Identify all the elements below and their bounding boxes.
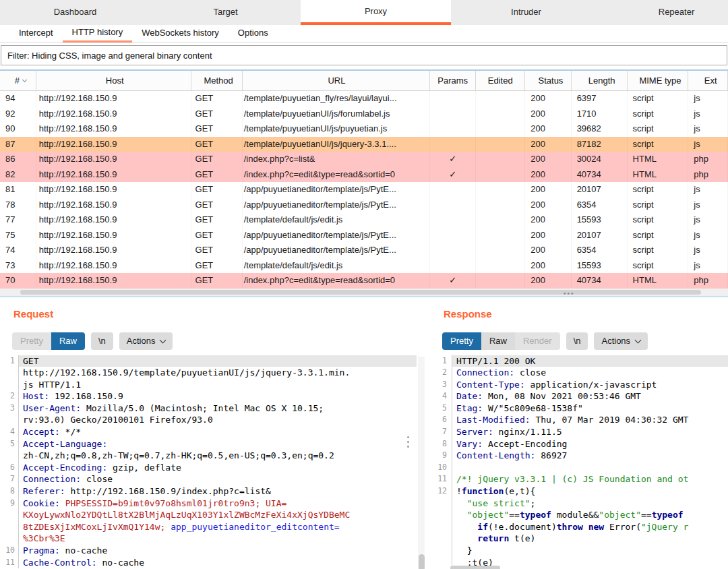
line-number: 9 (430, 450, 452, 462)
response-raw-button[interactable]: Raw (481, 332, 515, 350)
request-raw-button[interactable]: Raw (51, 332, 85, 350)
cell-edited (476, 228, 525, 243)
table-row[interactable]: 94http://192.168.150.9GET/template/puyue… (0, 91, 728, 107)
cell-length: 30024 (572, 152, 628, 167)
cell-method: GET (191, 91, 243, 107)
response-toolbar: PrettyRawRender \n Actions (442, 332, 728, 350)
editor-line: 9Cookie: PHPSESSID=b9imt0v97o8hsml01jr0t… (0, 498, 417, 510)
line-number: 9 (0, 498, 19, 510)
cell-mime: HTML (628, 273, 689, 289)
column-header-url[interactable]: URL (243, 71, 430, 90)
tab-dashboard[interactable]: Dashboard (0, 0, 150, 25)
column-header-status[interactable]: Status (525, 71, 571, 90)
cell-length: 87182 (572, 137, 628, 152)
table-row[interactable]: 70http://192.168.150.9GET/index.php?c=ed… (0, 273, 728, 289)
request-toolbar: PrettyRaw \n Actions (12, 332, 417, 350)
cell-method: GET (191, 243, 243, 258)
table-row[interactable]: 87http://192.168.150.9GET/template/puyue… (0, 137, 728, 152)
cell-mime: script (628, 228, 689, 243)
subtab-websockets-history[interactable]: WebSockets history (132, 25, 229, 42)
editor-line: } (430, 545, 728, 557)
table-row[interactable]: 73http://192.168.150.9GET/template/defau… (0, 258, 728, 274)
cell-mime: script (628, 91, 689, 107)
cell-method: GET (191, 228, 243, 243)
cell-status: 200 (525, 273, 571, 289)
table-horizontal-scrollbar[interactable] (0, 289, 728, 296)
cell-url: /app/puyuetianeditor/template/js/PytE... (243, 198, 430, 213)
line-number: 11 (430, 473, 452, 485)
table-row[interactable]: 77http://192.168.150.9GET/template/defau… (0, 212, 728, 228)
table-row[interactable]: 74http://192.168.150.9GET/app/puyuetiane… (0, 243, 728, 258)
scrollbar-thumb[interactable] (419, 554, 425, 569)
table-row[interactable]: 75http://192.168.150.9GET/app/puyuetiane… (0, 228, 728, 243)
editor-line: 7Server: nginx/1.11.5 (430, 426, 728, 438)
editor-line: KXoyLywxNlo2YDQtLl8tX2BlMjAqLzUqX103Y1xl… (0, 509, 417, 521)
cell-edited (476, 198, 525, 213)
response-newline-button[interactable]: \n (566, 332, 588, 350)
cell-ext: js (688, 212, 728, 228)
http-history-table: 94http://192.168.150.9GET/template/puyue… (0, 91, 728, 289)
table-row[interactable]: 92http://192.168.150.9GET/template/puyue… (0, 107, 728, 122)
editor-line: 10Pragma: no-cache (0, 545, 417, 557)
cell-url: /template/puyuetianUI/js/jquery-3.3.1...… (243, 137, 430, 152)
table-row[interactable]: 86http://192.168.150.9GET/index.php?c=li… (0, 152, 728, 167)
subtab-http-history[interactable]: HTTP history (63, 25, 133, 42)
column-header-edited[interactable]: Edited (476, 71, 525, 90)
cell-status: 200 (525, 198, 571, 213)
response-horizontal-scrollbar[interactable] (450, 566, 500, 569)
scrollbar-thumb[interactable] (20, 290, 701, 295)
request-pretty-button[interactable]: Pretty (12, 332, 51, 350)
cell-length: 20107 (572, 182, 628, 198)
request-newline-button[interactable]: \n (91, 332, 113, 350)
response-pretty-button[interactable]: Pretty (442, 332, 481, 350)
cell-length: 40734 (572, 167, 628, 183)
column-header-host[interactable]: Host (36, 71, 191, 90)
line-number: 5 (430, 402, 452, 415)
cell-num: 90 (0, 121, 36, 137)
table-row[interactable]: 81http://192.168.150.9GET/app/puyuetiane… (0, 182, 728, 198)
column-header-method[interactable]: Method (191, 71, 243, 90)
response-actions-button[interactable]: Actions (594, 332, 648, 350)
table-row[interactable]: 78http://192.168.150.9GET/app/puyuetiane… (0, 198, 728, 213)
cell-host: http://192.168.150.9 (36, 243, 191, 258)
column-header-length[interactable]: Length (572, 71, 628, 90)
cell-mime: script (628, 258, 689, 274)
tab-intruder[interactable]: Intruder (451, 0, 601, 25)
column-header-params[interactable]: Params (430, 71, 476, 90)
cell-edited (476, 273, 525, 289)
filter-bar[interactable]: Filter: Hiding CSS, image and general bi… (1, 45, 727, 65)
cell-params: ✓ (430, 273, 476, 289)
subtab-intercept[interactable]: Intercept (9, 25, 63, 42)
table-row[interactable]: 90http://192.168.150.9GET/template/puyue… (0, 121, 728, 137)
editor-line: 8tZDEsXjIxMCoxLjIvXmQ1Y14w; app_puyuetia… (0, 521, 417, 533)
tab-repeater[interactable]: Repeater (601, 0, 728, 25)
column-header-[interactable]: # (0, 71, 36, 90)
cell-url: /template/puyuetianUI/js/puyuetian.js (243, 121, 430, 137)
vertical-splitter-handle-icon[interactable] (407, 436, 409, 448)
line-number: 7 (0, 473, 19, 485)
cell-url: /index.php?c=edit&type=read&sortid=0 (243, 273, 430, 289)
editor-line: 3User-Agent: Mozilla/5.0 (Macintosh; Int… (0, 402, 417, 415)
request-editor[interactable]: 1GEThttp://192.168.150.9/template/puyuet… (0, 355, 417, 569)
table-row[interactable]: 82http://192.168.150.9GET/index.php?c=ed… (0, 167, 728, 183)
editor-line: 6Last-Modified: Thu, 07 Mar 2019 04:30:3… (430, 414, 728, 426)
request-vertical-scrollbar[interactable] (418, 357, 425, 569)
cell-length: 6354 (572, 243, 628, 258)
column-header-ext[interactable]: Ext (688, 71, 728, 90)
cell-host: http://192.168.150.9 (36, 137, 191, 152)
cell-mime: script (628, 121, 689, 137)
cell-host: http://192.168.150.9 (36, 107, 191, 122)
response-editor[interactable]: 1HTTP/1.1 200 OK2Connection: close3Conte… (430, 355, 728, 569)
subtab-options[interactable]: Options (229, 25, 278, 42)
request-actions-button[interactable]: Actions (119, 332, 173, 350)
line-number: 2 (430, 367, 452, 379)
response-panel: Response PrettyRawRender \n Actions 1HTT… (430, 297, 728, 569)
cell-edited (476, 91, 525, 107)
column-header-mime-type[interactable]: MIME type (628, 71, 689, 90)
response-render-button[interactable]: Render (515, 332, 560, 350)
tab-target[interactable]: Target (150, 0, 301, 25)
tab-proxy[interactable]: Proxy (301, 0, 451, 25)
cell-length: 6397 (572, 91, 628, 107)
cell-method: GET (191, 182, 243, 198)
editor-line: zh-CN,zh;q=0.8,zh-TW;q=0.7,zh-HK;q=0.5,e… (0, 450, 417, 462)
